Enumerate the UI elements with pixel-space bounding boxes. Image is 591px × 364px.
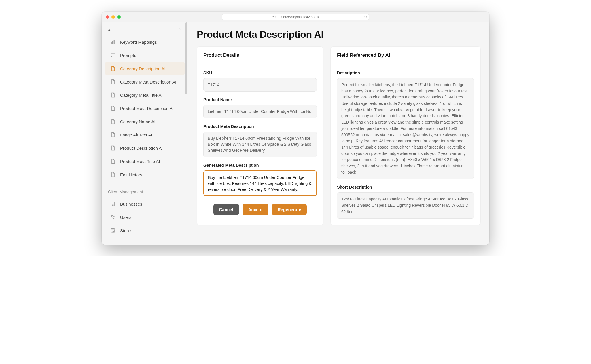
svg-rect-8	[112, 205, 113, 206]
sidebar-item-label: Category Description AI	[120, 66, 166, 71]
svg-point-10	[113, 216, 115, 217]
sidebar-item-businesses[interactable]: Businesses	[105, 198, 185, 210]
maximize-window-button[interactable]	[117, 15, 121, 19]
titlebar: ecommerceAIbymagic42.co.uk ↻	[102, 12, 489, 22]
svg-rect-2	[114, 40, 115, 44]
sidebar-item-label: Category Name AI	[120, 119, 156, 124]
sku-label: SKU	[203, 71, 317, 75]
sku-value: T1714	[203, 78, 317, 92]
product-name-value: Liebherr T1714 60cm Under Counter Fridge…	[203, 105, 317, 118]
product-name-label: Product Name	[203, 97, 317, 102]
doc-icon	[110, 132, 116, 138]
browser-window: ecommerceAIbymagic42.co.uk ↻ AI ⌃ Keywor…	[102, 12, 489, 245]
bars-icon	[110, 39, 116, 45]
card-header: Field Referenced By AI	[331, 47, 480, 64]
short-description-value: 126/18 Litres Capacity Automatic Defrost…	[337, 192, 474, 219]
cancel-button[interactable]: Cancel	[213, 204, 239, 215]
svg-point-9	[111, 215, 113, 217]
sidebar-section-ai[interactable]: AI ⌃	[102, 22, 188, 35]
reference-card: Field Referenced By AI Description Perfe…	[330, 46, 481, 225]
doc-icon	[110, 79, 116, 85]
address-url: ecommerceAIbymagic42.co.uk	[272, 15, 319, 19]
meta-description-value: Buy Liebherr T1714 60cm Freestanding Fri…	[203, 132, 317, 157]
action-buttons: Cancel Accept Regenerate	[203, 203, 317, 215]
doc-icon	[110, 118, 116, 125]
doc-icon	[110, 158, 116, 164]
page-title: Product Meta Description AI	[197, 29, 481, 40]
sidebar-item-label: Product Meta Title AI	[120, 159, 160, 164]
sidebar-group-client-management: Client Management	[102, 181, 188, 197]
doc-icon	[110, 105, 116, 111]
description-value: Perfect for smaller kitchens, the Liebhe…	[337, 78, 474, 179]
regenerate-button[interactable]: Regenerate	[272, 204, 307, 215]
sidebar-item-label: Category Meta Title AI	[120, 93, 163, 98]
generated-meta-textarea[interactable]	[203, 170, 317, 196]
minimize-window-button[interactable]	[111, 15, 115, 19]
sidebar-item-label: Image Alt Text AI	[120, 132, 152, 137]
sidebar-item-label: Category Meta Description AI	[120, 79, 176, 84]
doc-icon	[110, 171, 116, 178]
sidebar-item-keyword-mappings[interactable]: Keyword Mappings	[105, 36, 185, 48]
sidebar-section-label: AI	[108, 28, 112, 32]
sidebar-item-label: Product Meta Description AI	[120, 106, 174, 111]
sidebar-item-label: Prompts	[120, 53, 136, 58]
sidebar-item-product-description-ai[interactable]: Product Description AI	[105, 142, 185, 154]
sidebar-item-label: Edit History	[120, 172, 142, 177]
sidebar-item-users[interactable]: Users	[105, 211, 185, 223]
scrollbar[interactable]	[185, 22, 187, 94]
sidebar-item-label: Businesses	[120, 202, 142, 206]
card-header: Product Details	[197, 47, 323, 64]
building-icon	[110, 201, 116, 207]
product-details-card: Product Details SKU T1714 Product Name L…	[197, 46, 323, 225]
sidebar-item-label: Product Description AI	[120, 146, 163, 151]
sidebar-item-label: Users	[120, 215, 131, 220]
sidebar-item-product-meta-title-ai[interactable]: Product Meta Title AI	[105, 155, 185, 168]
main-content: Product Meta Description AI Product Deta…	[188, 22, 489, 245]
sidebar: AI ⌃ Keyword Mappings Prompts Catego	[102, 22, 188, 245]
sidebar-item-label: Stores	[120, 228, 132, 233]
doc-icon	[110, 65, 116, 72]
sidebar-item-edit-history[interactable]: Edit History	[105, 168, 185, 181]
svg-rect-1	[112, 41, 113, 44]
doc-icon	[110, 145, 116, 151]
store-icon	[110, 227, 116, 234]
sidebar-item-image-alt-text-ai[interactable]: Image Alt Text AI	[105, 128, 185, 141]
description-label: Description	[337, 71, 474, 75]
meta-description-label: Product Meta Description	[203, 124, 317, 129]
svg-rect-12	[112, 231, 114, 232]
sidebar-item-product-meta-description-ai[interactable]: Product Meta Description AI	[105, 102, 185, 115]
sidebar-item-category-name-ai[interactable]: Category Name AI	[105, 115, 185, 128]
doc-icon	[110, 92, 116, 98]
traffic-lights	[106, 15, 121, 19]
sidebar-item-category-meta-title-ai[interactable]: Category Meta Title AI	[105, 89, 185, 101]
refresh-icon[interactable]: ↻	[364, 15, 367, 19]
sidebar-item-category-description-ai[interactable]: Category Description AI	[105, 62, 185, 75]
close-window-button[interactable]	[106, 15, 109, 19]
address-bar[interactable]: ecommerceAIbymagic42.co.uk ↻	[222, 14, 369, 20]
sidebar-item-prompts[interactable]: Prompts	[105, 49, 185, 62]
users-icon	[110, 214, 116, 220]
generated-meta-label: Generated Meta Description	[203, 163, 317, 168]
svg-rect-0	[111, 42, 112, 44]
sidebar-item-category-meta-description-ai[interactable]: Category Meta Description AI	[105, 75, 185, 88]
sidebar-item-label: Keyword Mappings	[120, 40, 157, 45]
short-description-label: Short Description	[337, 185, 474, 189]
svg-rect-3	[111, 202, 115, 206]
accept-button[interactable]: Accept	[243, 204, 268, 215]
sidebar-item-stores[interactable]: Stores	[105, 224, 185, 237]
chevron-up-icon: ⌃	[178, 28, 181, 32]
chat-icon	[110, 52, 116, 58]
